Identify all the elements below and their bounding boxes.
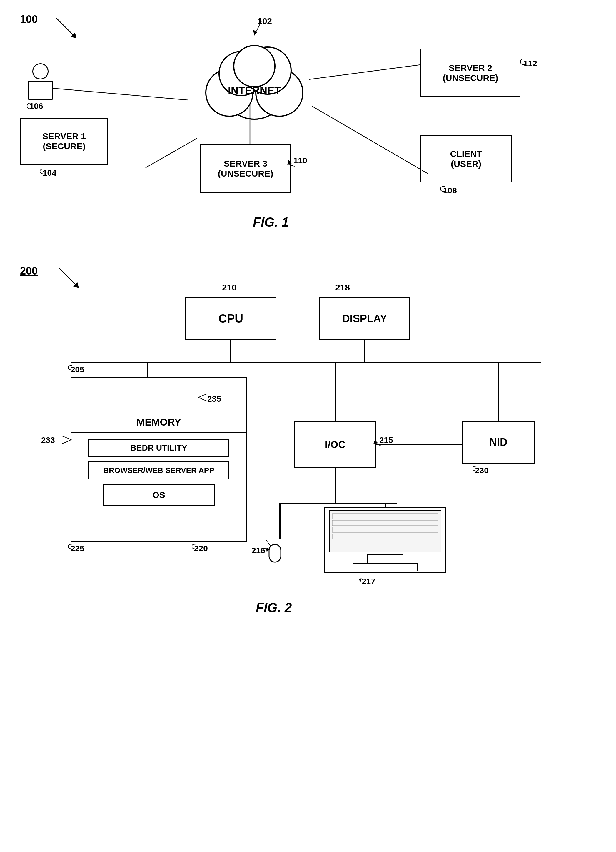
svg-line-22 xyxy=(266,540,271,546)
ioc-nid-line xyxy=(377,444,463,445)
diagram-container: { "fig1": { "title": "FIG. 1", "ref_100"… xyxy=(0,0,616,852)
line-person-internet xyxy=(53,71,197,124)
brace-230 xyxy=(473,466,478,471)
bus-line xyxy=(71,362,541,364)
display-box: DISPLAY xyxy=(319,297,410,340)
ioc-box: I/OC xyxy=(294,421,377,468)
ref-200: 200 xyxy=(20,265,38,277)
svg-rect-25 xyxy=(329,511,441,552)
ioc-split-line xyxy=(279,503,397,505)
memory-bus-line xyxy=(147,363,148,377)
bedr-box: BEDR UTILITY xyxy=(88,439,229,457)
brace-233 xyxy=(62,436,72,444)
svg-text:INTERNET: INTERNET xyxy=(228,85,281,97)
ref-210: 210 xyxy=(222,282,237,293)
cpu-box: CPU xyxy=(185,297,276,340)
svg-point-9 xyxy=(234,45,275,87)
brace-106 xyxy=(27,103,33,109)
svg-line-12 xyxy=(146,138,197,168)
brace-220 xyxy=(192,544,197,549)
ref-100: 100 xyxy=(20,13,38,26)
ref-218: 218 xyxy=(335,282,350,293)
nid-bus-line xyxy=(497,363,499,421)
keyboard-device xyxy=(324,506,447,574)
brace-235 xyxy=(199,394,209,401)
line-internet-client xyxy=(312,68,435,180)
display-bus-line xyxy=(364,340,365,363)
brace-112 xyxy=(520,59,526,65)
nid-box: NID xyxy=(462,421,535,464)
line-internet-server3 xyxy=(235,103,265,150)
cpu-bus-line xyxy=(230,340,231,363)
brace-104 xyxy=(40,169,46,174)
server2-box: SERVER 2 (UNSECURE) xyxy=(420,48,520,97)
fig1-label: FIG. 1 xyxy=(253,215,289,230)
ioc-down-line xyxy=(334,468,336,503)
ref-233: 233 xyxy=(41,435,55,445)
svg-rect-30 xyxy=(367,555,403,563)
brace-108 xyxy=(440,186,446,192)
fig2-label: FIG. 2 xyxy=(256,600,292,615)
brace-205 xyxy=(68,365,74,370)
memory-label: MEMORY xyxy=(71,412,246,433)
svg-line-16 xyxy=(53,88,188,100)
arrow-110 xyxy=(287,159,296,168)
browser-box: BROWSER/WEB SERVER APP xyxy=(88,461,229,479)
ioc-bus-line xyxy=(334,363,336,421)
arrow-200 xyxy=(59,268,82,292)
svg-rect-31 xyxy=(353,563,417,571)
server3-box: SERVER 3 (UNSECURE) xyxy=(200,144,291,193)
os-box: OS xyxy=(103,484,215,506)
arrow-216 xyxy=(263,547,271,552)
arrow-217 xyxy=(359,578,364,582)
arrow-215 xyxy=(374,438,382,447)
person-106 xyxy=(28,63,53,100)
mouse-line xyxy=(279,503,280,539)
keyboard-line xyxy=(385,503,386,508)
ref-235: 235 xyxy=(207,394,221,404)
brace-225 xyxy=(68,544,74,549)
svg-line-15 xyxy=(312,106,428,174)
arrow-100 xyxy=(56,18,79,41)
